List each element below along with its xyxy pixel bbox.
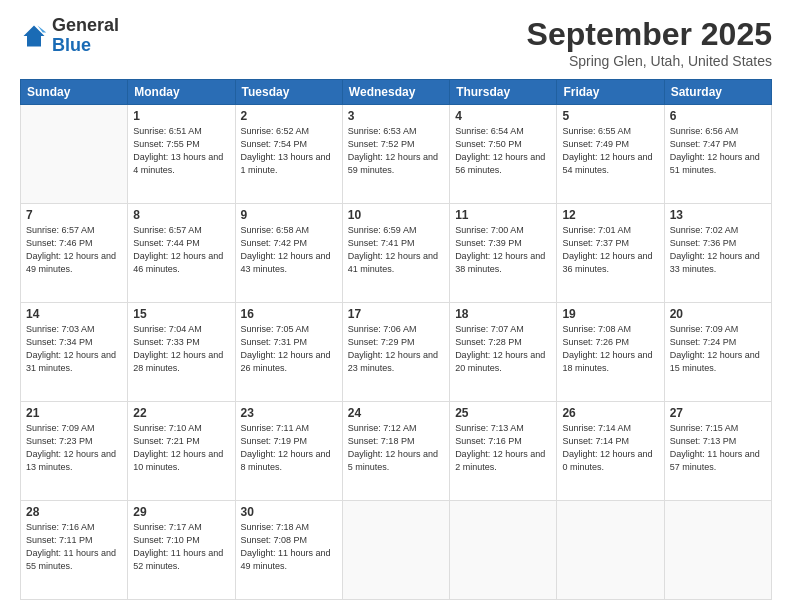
day-number: 3 [348,109,444,123]
day-info: Sunrise: 7:09 AMSunset: 7:23 PMDaylight:… [26,422,122,474]
day-number: 24 [348,406,444,420]
day-info: Sunrise: 7:09 AMSunset: 7:24 PMDaylight:… [670,323,766,375]
calendar-cell: 23Sunrise: 7:11 AMSunset: 7:19 PMDayligh… [235,402,342,501]
header-day-saturday: Saturday [664,80,771,105]
day-number: 26 [562,406,658,420]
calendar-cell: 9Sunrise: 6:58 AMSunset: 7:42 PMDaylight… [235,204,342,303]
day-number: 15 [133,307,229,321]
calendar-cell: 16Sunrise: 7:05 AMSunset: 7:31 PMDayligh… [235,303,342,402]
calendar-subtitle: Spring Glen, Utah, United States [527,53,772,69]
day-info: Sunrise: 7:08 AMSunset: 7:26 PMDaylight:… [562,323,658,375]
calendar-cell: 25Sunrise: 7:13 AMSunset: 7:16 PMDayligh… [450,402,557,501]
day-number: 29 [133,505,229,519]
day-number: 10 [348,208,444,222]
day-number: 22 [133,406,229,420]
calendar-cell: 17Sunrise: 7:06 AMSunset: 7:29 PMDayligh… [342,303,449,402]
day-number: 19 [562,307,658,321]
logo-blue-text: Blue [52,36,119,56]
day-info: Sunrise: 6:58 AMSunset: 7:42 PMDaylight:… [241,224,337,276]
day-number: 25 [455,406,551,420]
day-number: 5 [562,109,658,123]
calendar-cell: 8Sunrise: 6:57 AMSunset: 7:44 PMDaylight… [128,204,235,303]
week-row-3: 14Sunrise: 7:03 AMSunset: 7:34 PMDayligh… [21,303,772,402]
day-info: Sunrise: 7:14 AMSunset: 7:14 PMDaylight:… [562,422,658,474]
calendar-cell: 6Sunrise: 6:56 AMSunset: 7:47 PMDaylight… [664,105,771,204]
calendar-cell [664,501,771,600]
day-info: Sunrise: 6:55 AMSunset: 7:49 PMDaylight:… [562,125,658,177]
day-info: Sunrise: 6:53 AMSunset: 7:52 PMDaylight:… [348,125,444,177]
title-block: September 2025 Spring Glen, Utah, United… [527,16,772,69]
day-info: Sunrise: 7:06 AMSunset: 7:29 PMDaylight:… [348,323,444,375]
day-info: Sunrise: 7:11 AMSunset: 7:19 PMDaylight:… [241,422,337,474]
day-info: Sunrise: 6:54 AMSunset: 7:50 PMDaylight:… [455,125,551,177]
day-info: Sunrise: 7:16 AMSunset: 7:11 PMDaylight:… [26,521,122,573]
calendar-cell: 5Sunrise: 6:55 AMSunset: 7:49 PMDaylight… [557,105,664,204]
day-info: Sunrise: 7:04 AMSunset: 7:33 PMDaylight:… [133,323,229,375]
calendar-cell: 2Sunrise: 6:52 AMSunset: 7:54 PMDaylight… [235,105,342,204]
day-number: 11 [455,208,551,222]
calendar-cell: 29Sunrise: 7:17 AMSunset: 7:10 PMDayligh… [128,501,235,600]
day-info: Sunrise: 7:12 AMSunset: 7:18 PMDaylight:… [348,422,444,474]
day-info: Sunrise: 7:13 AMSunset: 7:16 PMDaylight:… [455,422,551,474]
day-number: 8 [133,208,229,222]
day-info: Sunrise: 7:01 AMSunset: 7:37 PMDaylight:… [562,224,658,276]
day-info: Sunrise: 6:57 AMSunset: 7:44 PMDaylight:… [133,224,229,276]
page: General Blue September 2025 Spring Glen,… [0,0,792,612]
header-day-tuesday: Tuesday [235,80,342,105]
day-number: 28 [26,505,122,519]
week-row-2: 7Sunrise: 6:57 AMSunset: 7:46 PMDaylight… [21,204,772,303]
day-info: Sunrise: 6:56 AMSunset: 7:47 PMDaylight:… [670,125,766,177]
calendar-cell [557,501,664,600]
calendar-cell: 4Sunrise: 6:54 AMSunset: 7:50 PMDaylight… [450,105,557,204]
day-number: 9 [241,208,337,222]
logo-icon [20,22,48,50]
week-row-4: 21Sunrise: 7:09 AMSunset: 7:23 PMDayligh… [21,402,772,501]
calendar-header-row: SundayMondayTuesdayWednesdayThursdayFrid… [21,80,772,105]
calendar-cell: 11Sunrise: 7:00 AMSunset: 7:39 PMDayligh… [450,204,557,303]
header-day-friday: Friday [557,80,664,105]
day-number: 30 [241,505,337,519]
calendar-cell: 14Sunrise: 7:03 AMSunset: 7:34 PMDayligh… [21,303,128,402]
day-info: Sunrise: 6:59 AMSunset: 7:41 PMDaylight:… [348,224,444,276]
calendar-cell: 30Sunrise: 7:18 AMSunset: 7:08 PMDayligh… [235,501,342,600]
calendar-cell: 27Sunrise: 7:15 AMSunset: 7:13 PMDayligh… [664,402,771,501]
calendar-cell: 24Sunrise: 7:12 AMSunset: 7:18 PMDayligh… [342,402,449,501]
day-number: 14 [26,307,122,321]
day-info: Sunrise: 7:15 AMSunset: 7:13 PMDaylight:… [670,422,766,474]
logo-text: General Blue [52,16,119,56]
day-number: 21 [26,406,122,420]
calendar-cell: 20Sunrise: 7:09 AMSunset: 7:24 PMDayligh… [664,303,771,402]
calendar-cell: 28Sunrise: 7:16 AMSunset: 7:11 PMDayligh… [21,501,128,600]
day-number: 16 [241,307,337,321]
day-number: 12 [562,208,658,222]
logo: General Blue [20,16,119,56]
calendar-cell [21,105,128,204]
calendar-cell: 1Sunrise: 6:51 AMSunset: 7:55 PMDaylight… [128,105,235,204]
day-number: 2 [241,109,337,123]
calendar-cell: 13Sunrise: 7:02 AMSunset: 7:36 PMDayligh… [664,204,771,303]
calendar-cell: 3Sunrise: 6:53 AMSunset: 7:52 PMDaylight… [342,105,449,204]
day-number: 13 [670,208,766,222]
week-row-1: 1Sunrise: 6:51 AMSunset: 7:55 PMDaylight… [21,105,772,204]
calendar-cell: 26Sunrise: 7:14 AMSunset: 7:14 PMDayligh… [557,402,664,501]
day-number: 6 [670,109,766,123]
day-info: Sunrise: 7:05 AMSunset: 7:31 PMDaylight:… [241,323,337,375]
day-info: Sunrise: 7:00 AMSunset: 7:39 PMDaylight:… [455,224,551,276]
calendar-cell: 12Sunrise: 7:01 AMSunset: 7:37 PMDayligh… [557,204,664,303]
day-info: Sunrise: 7:17 AMSunset: 7:10 PMDaylight:… [133,521,229,573]
day-number: 17 [348,307,444,321]
day-info: Sunrise: 6:51 AMSunset: 7:55 PMDaylight:… [133,125,229,177]
day-number: 4 [455,109,551,123]
calendar-cell: 21Sunrise: 7:09 AMSunset: 7:23 PMDayligh… [21,402,128,501]
day-number: 20 [670,307,766,321]
calendar-cell: 15Sunrise: 7:04 AMSunset: 7:33 PMDayligh… [128,303,235,402]
header-day-monday: Monday [128,80,235,105]
calendar-cell: 7Sunrise: 6:57 AMSunset: 7:46 PMDaylight… [21,204,128,303]
calendar-cell: 22Sunrise: 7:10 AMSunset: 7:21 PMDayligh… [128,402,235,501]
calendar-title: September 2025 [527,16,772,53]
day-info: Sunrise: 7:10 AMSunset: 7:21 PMDaylight:… [133,422,229,474]
day-info: Sunrise: 7:07 AMSunset: 7:28 PMDaylight:… [455,323,551,375]
day-info: Sunrise: 7:03 AMSunset: 7:34 PMDaylight:… [26,323,122,375]
header-day-wednesday: Wednesday [342,80,449,105]
week-row-5: 28Sunrise: 7:16 AMSunset: 7:11 PMDayligh… [21,501,772,600]
